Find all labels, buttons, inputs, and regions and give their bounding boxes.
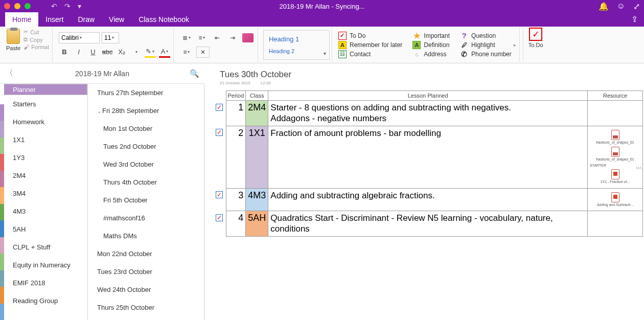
subscript-dropdown[interactable] bbox=[130, 47, 142, 58]
table-row[interactable]: ✓21X1Fraction of amount problems - bar m… bbox=[214, 126, 643, 188]
page-item[interactable]: Thurs 4th October bbox=[88, 173, 204, 191]
tag-todo[interactable]: ✓To Do bbox=[338, 32, 402, 40]
maximize-icon[interactable] bbox=[25, 3, 31, 9]
style-heading1[interactable]: Heading 1 bbox=[269, 35, 324, 43]
tab-view[interactable]: View bbox=[102, 12, 131, 27]
align-button[interactable]: ≡ bbox=[180, 47, 193, 58]
cell-period[interactable]: 3 bbox=[226, 188, 246, 211]
cell-lesson[interactable]: Starter - 8 questions on adding and subt… bbox=[268, 101, 588, 126]
cell-class[interactable]: 5AH bbox=[246, 211, 268, 237]
format-painter-button[interactable]: 🖌Format bbox=[24, 44, 49, 50]
customize-qat-icon[interactable]: ▾ bbox=[78, 2, 81, 10]
share-icon[interactable]: ⇪ bbox=[631, 14, 638, 24]
page-item[interactable]: Thurs 27th September bbox=[88, 84, 204, 102]
tag-question[interactable]: ?Question bbox=[460, 32, 516, 40]
cell-class[interactable]: 2M4 bbox=[246, 101, 268, 126]
table-row[interactable]: ✓34M3Adding and subtracting algebraic fr… bbox=[214, 188, 643, 211]
chevron-down-icon[interactable]: ⌄ bbox=[97, 108, 101, 114]
paste-button[interactable]: Paste bbox=[6, 29, 20, 61]
section-item[interactable]: CLPL + Stuff bbox=[4, 238, 87, 256]
section-item[interactable]: 4M3 bbox=[4, 202, 87, 220]
styles-gallery[interactable]: Heading 1 Heading 2 bbox=[263, 30, 330, 60]
fullscreen-icon[interactable]: ⤢ bbox=[633, 2, 640, 11]
cell-resource[interactable] bbox=[588, 211, 643, 237]
style-heading2[interactable]: Heading 2 bbox=[269, 48, 324, 54]
tag-phone[interactable]: ✆Phone number bbox=[460, 50, 516, 58]
page-title[interactable]: Tues 30th October bbox=[204, 63, 644, 81]
clear-formatting-button[interactable] bbox=[241, 32, 255, 43]
resource-file[interactable]: fractions_of_shapes_01 bbox=[590, 147, 640, 162]
cell-lesson[interactable]: Adding and subtracting algebraic fractio… bbox=[268, 188, 588, 211]
search-icon[interactable]: 🔍 bbox=[190, 69, 199, 78]
underline-button[interactable]: U bbox=[87, 47, 99, 58]
cell-resource[interactable]: Adding and Subtractr... bbox=[588, 188, 643, 211]
undo-icon[interactable]: ↶ bbox=[51, 2, 57, 10]
cell-lesson[interactable]: Quadratics Start - Discriminant - Review… bbox=[268, 211, 588, 237]
tab-class-notebook[interactable]: Class Notebook bbox=[131, 12, 196, 27]
resource-file[interactable]: 1X1 - Fraction of... bbox=[590, 169, 640, 184]
section-item[interactable]: Equity in Numeracy bbox=[4, 256, 87, 274]
page-item[interactable]: Thurs 25th October bbox=[88, 299, 204, 316]
planner-table[interactable]: Period Class Lesson Planned Resource ✓12… bbox=[214, 90, 643, 237]
tag-contact[interactable]: ☷Contact bbox=[338, 50, 402, 58]
section-item[interactable]: Starters bbox=[4, 95, 87, 113]
cell-period[interactable]: 2 bbox=[226, 126, 246, 188]
font-family-select[interactable]: Calibri bbox=[59, 32, 100, 43]
numbering-button[interactable]: ≡ bbox=[195, 32, 209, 43]
cell-period[interactable]: 4 bbox=[226, 211, 246, 237]
feedback-icon[interactable]: ☺ bbox=[617, 2, 625, 11]
page-item[interactable]: Mon 1st October bbox=[88, 120, 204, 138]
outdent-button[interactable]: ⇤ bbox=[211, 32, 224, 43]
todo-button[interactable]: ✓ To Do bbox=[523, 28, 543, 62]
page-content[interactable]: Tues 30th October 21 October 2015 12:08 … bbox=[204, 63, 644, 320]
cell-class[interactable]: 4M3 bbox=[246, 188, 268, 211]
cell-period[interactable]: 1 bbox=[226, 101, 246, 126]
section-item[interactable]: EMIF 2018 bbox=[4, 274, 87, 292]
back-icon[interactable]: 〈 bbox=[5, 68, 13, 79]
font-size-select[interactable]: 11 bbox=[102, 32, 119, 43]
section-item[interactable]: 2M4 bbox=[4, 167, 87, 185]
font-color-button[interactable]: A bbox=[159, 47, 170, 58]
section-item[interactable]: Planner bbox=[4, 84, 87, 95]
bold-button[interactable]: B bbox=[59, 47, 70, 58]
strikethrough-button[interactable]: abc bbox=[102, 47, 113, 58]
delete-button[interactable]: ✕ bbox=[196, 47, 210, 58]
page-item[interactable]: Wed 3rd October bbox=[88, 155, 204, 173]
minimize-icon[interactable] bbox=[14, 3, 20, 9]
row-checkbox[interactable]: ✓ bbox=[216, 104, 223, 111]
cell-lesson[interactable]: Fraction of amount problems - bar modell… bbox=[268, 126, 588, 188]
close-icon[interactable] bbox=[4, 3, 10, 9]
bullets-button[interactable]: ≣ bbox=[180, 32, 193, 43]
page-item[interactable]: Tues 2nd October bbox=[88, 138, 204, 155]
cell-class[interactable]: 1X1 bbox=[246, 126, 268, 188]
table-row[interactable]: ✓45AHQuadratics Start - Discriminant - R… bbox=[214, 211, 643, 237]
resource-file[interactable]: fractions_of_shapes_01 bbox=[590, 130, 640, 145]
section-item[interactable]: 1X1 bbox=[4, 131, 87, 149]
highlight-color-button[interactable]: ✎ bbox=[145, 47, 156, 58]
cell-resource[interactable]: fractions_of_shapes_01fractions_of_shape… bbox=[588, 126, 643, 188]
page-item[interactable]: Mon 22nd October bbox=[88, 245, 204, 263]
tab-home[interactable]: Home bbox=[5, 12, 38, 27]
tag-remember[interactable]: ARemember for later bbox=[338, 41, 402, 49]
section-item[interactable]: Reading Group bbox=[4, 292, 87, 310]
section-item[interactable]: 1Y3 bbox=[4, 149, 87, 167]
tag-address[interactable]: ⌂Address bbox=[412, 50, 450, 58]
subscript-button[interactable]: X₂ bbox=[116, 47, 127, 58]
tag-highlight[interactable]: 🖊Highlight▸ bbox=[460, 41, 516, 49]
tag-definition[interactable]: ADefinition bbox=[412, 41, 450, 49]
tab-insert[interactable]: Insert bbox=[38, 12, 71, 27]
section-item[interactable]: 3M4 bbox=[4, 185, 87, 202]
table-row[interactable]: ✓12M4Starter - 8 questions on adding and… bbox=[214, 101, 643, 126]
page-item[interactable]: #mathsconf16 bbox=[88, 209, 204, 227]
row-checkbox[interactable]: ✓ bbox=[216, 129, 223, 136]
page-item[interactable]: Wed 24th October bbox=[88, 281, 204, 299]
resource-file[interactable]: Adding and Subtractr... bbox=[590, 192, 640, 207]
redo-icon[interactable]: ↷ bbox=[64, 2, 71, 10]
page-item[interactable]: Fri 5th October bbox=[88, 191, 204, 209]
row-checkbox[interactable]: ✓ bbox=[216, 191, 223, 198]
italic-button[interactable]: I bbox=[73, 47, 84, 58]
cell-resource[interactable] bbox=[588, 101, 643, 126]
tab-draw[interactable]: Draw bbox=[71, 12, 102, 27]
section-item[interactable]: Homework bbox=[4, 113, 87, 131]
row-checkbox[interactable]: ✓ bbox=[216, 214, 223, 221]
